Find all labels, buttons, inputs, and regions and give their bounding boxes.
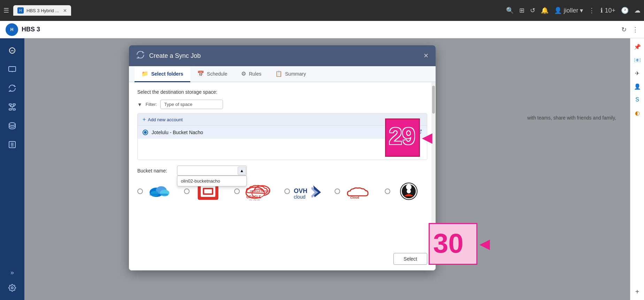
svg-text:OVH: OVH bbox=[294, 187, 307, 194]
pika-logo bbox=[393, 183, 424, 200]
browser-chrome: ☰ H HBS 3 Hybrid ... ✕ 🔍 ⊞ ↺ 🔔 👤 jioller… bbox=[0, 0, 644, 21]
browser-cloud-icon[interactable]: ☁ bbox=[634, 7, 641, 14]
sidebar-item-storage[interactable] bbox=[3, 117, 21, 134]
summary-tab-label: Summary bbox=[285, 71, 306, 77]
cloud-provider-cloud[interactable]: Cloud bbox=[335, 183, 374, 200]
oracle-radio[interactable] bbox=[234, 189, 240, 194]
filter-icon: ▼ bbox=[137, 102, 142, 107]
browser-clock-icon[interactable]: 🕐 bbox=[621, 7, 629, 14]
modal-scrollbar-thumb bbox=[432, 86, 435, 114]
browser-menu-icon[interactable]: ☰ bbox=[3, 7, 9, 14]
sidebar-item-sync[interactable] bbox=[3, 79, 21, 97]
bucket-options-list: olin02-bucketnacho bbox=[177, 176, 247, 186]
svg-rect-1 bbox=[9, 67, 16, 71]
modal-tabs: 📁 Select folders 📅 Schedule ⚙ Rules 📋 Su… bbox=[129, 66, 436, 82]
bucket-option-item[interactable]: olin02-bucketnacho bbox=[177, 176, 246, 186]
svg-point-8 bbox=[11, 287, 13, 289]
svg-text:ORACLE: ORACLE bbox=[246, 195, 261, 199]
topbar-refresh-icon[interactable]: ↻ bbox=[621, 26, 627, 33]
sidebar-settings-icon[interactable] bbox=[3, 279, 21, 297]
azure-logo bbox=[146, 183, 174, 200]
cloud-provider-azure[interactable] bbox=[137, 183, 174, 200]
tab-schedule[interactable]: 📅 Schedule bbox=[190, 66, 234, 82]
svg-rect-3 bbox=[13, 104, 15, 105]
summary-tab-icon: 📋 bbox=[275, 70, 282, 77]
rules-tab-icon: ⚙ bbox=[241, 70, 246, 77]
app-logo: H bbox=[6, 23, 18, 36]
right-panel-icon-6[interactable]: ◐ bbox=[632, 107, 643, 118]
sidebar-item-home[interactable] bbox=[3, 42, 21, 59]
modal-close-button[interactable]: ✕ bbox=[423, 52, 429, 60]
select-folders-tab-icon: 📁 bbox=[141, 70, 148, 77]
annotation-30: 30 ◄ bbox=[429, 223, 493, 265]
left-sidebar: » bbox=[0, 38, 24, 300]
topbar-more-icon[interactable]: ⋮ bbox=[632, 26, 638, 33]
storage-list-header[interactable]: + Add new account bbox=[138, 114, 427, 125]
rules-tab-label: Rules bbox=[249, 71, 261, 77]
cloud-radio[interactable] bbox=[335, 189, 340, 194]
azure-radio[interactable] bbox=[137, 189, 143, 194]
svg-rect-5 bbox=[13, 109, 15, 110]
right-panel-icon-3[interactable]: ✈ bbox=[632, 68, 643, 79]
browser-bell-icon[interactable]: 🔔 bbox=[541, 7, 549, 14]
storage-item-radio[interactable] bbox=[143, 130, 148, 135]
browser-user-icon[interactable]: 👤 jioller ▾ bbox=[554, 7, 583, 14]
bucket-dropdown-button[interactable]: ▲ bbox=[238, 167, 246, 175]
ovhcloud-radio[interactable] bbox=[284, 189, 290, 194]
right-panel: 📌 📧 ✈ 👤 S ◐ + bbox=[630, 38, 644, 300]
modal-footer: Select bbox=[129, 249, 436, 270]
right-panel-icon-5[interactable]: S bbox=[632, 94, 643, 105]
browser-info-icon[interactable]: ℹ 10+ bbox=[600, 7, 615, 14]
browser-history-icon[interactable]: ↺ bbox=[530, 7, 535, 14]
select-folders-tab-label: Select folders bbox=[151, 71, 183, 77]
oracle-logo: ORACLE CLOUD ORACLE CLOUD bbox=[243, 183, 274, 200]
svg-rect-19 bbox=[204, 189, 212, 193]
tab-select-folders[interactable]: 📁 Select folders bbox=[135, 66, 190, 82]
storage-item-label: Jotelulu - Bucket Nacho bbox=[152, 130, 203, 135]
tab-rules[interactable]: ⚙ Rules bbox=[234, 66, 268, 82]
browser-tab[interactable]: H HBS 3 Hybrid ... ✕ bbox=[13, 5, 71, 16]
right-panel-icon-4[interactable]: 👤 bbox=[632, 81, 643, 92]
svg-point-31 bbox=[406, 184, 412, 190]
browser-dots-icon[interactable]: ⋮ bbox=[589, 7, 595, 14]
app-title: HBS 3 bbox=[22, 26, 40, 33]
browser-stack-icon[interactable]: ⊞ bbox=[519, 7, 524, 14]
storage-list-empty bbox=[138, 139, 427, 160]
topbar-right: ↻ ⋮ bbox=[621, 26, 638, 33]
bucket-dropdown: ▲ olin02-bucketnacho bbox=[177, 166, 247, 176]
modal-body: Select the destination storage space: ▼ … bbox=[129, 82, 436, 249]
main-content: with teams, share with friends and famil… bbox=[24, 38, 644, 300]
sidebar-item-reports[interactable] bbox=[3, 136, 21, 153]
right-panel-add[interactable]: + bbox=[632, 286, 643, 297]
cloud-provider-ovhcloud[interactable]: OVH cloud bbox=[284, 183, 324, 200]
storage-list-item[interactable]: Jotelulu - Bucket Nacho bbox=[138, 125, 427, 139]
modal-title: Create a Sync Job bbox=[149, 52, 419, 60]
select-button[interactable]: Select bbox=[393, 253, 427, 265]
filter-input[interactable] bbox=[160, 100, 223, 109]
filter-row: ▼ Filter: bbox=[137, 100, 427, 109]
bucket-label: Bucket name: bbox=[137, 168, 172, 174]
sidebar-item-network[interactable] bbox=[3, 98, 21, 116]
tab-close-button[interactable]: ✕ bbox=[63, 8, 67, 13]
tab-favicon: H bbox=[17, 7, 24, 14]
annotation-number-30: 30 bbox=[433, 228, 463, 259]
right-panel-icon-2[interactable]: 📧 bbox=[632, 54, 643, 66]
right-panel-icon-1[interactable]: 📌 bbox=[632, 41, 643, 52]
browser-search-icon[interactable]: 🔍 bbox=[506, 7, 514, 14]
annotation-29-arrow: ◄ bbox=[419, 128, 436, 148]
cloud-logo: Cloud bbox=[343, 183, 374, 200]
annotation-30-arrow: ◄ bbox=[476, 234, 493, 254]
pika-radio[interactable] bbox=[385, 189, 390, 194]
modal-header-icon bbox=[136, 50, 145, 61]
sidebar-expand-button[interactable]: » bbox=[3, 267, 21, 278]
tab-summary[interactable]: 📋 Summary bbox=[268, 66, 313, 82]
create-sync-job-modal: Create a Sync Job ✕ 📁 Select folders 📅 S… bbox=[129, 45, 436, 270]
cloud-provider-pika[interactable] bbox=[385, 183, 424, 200]
storage-list: + Add new account Jotelulu - Bucket Nach… bbox=[137, 113, 427, 160]
sidebar-item-devices[interactable] bbox=[3, 61, 21, 78]
annotation-29: 29 ◄ bbox=[385, 118, 436, 157]
svg-point-32 bbox=[407, 189, 411, 193]
add-account-icon: + bbox=[143, 116, 146, 123]
openstack-radio[interactable] bbox=[184, 189, 190, 194]
bucket-name-input[interactable] bbox=[177, 166, 247, 176]
